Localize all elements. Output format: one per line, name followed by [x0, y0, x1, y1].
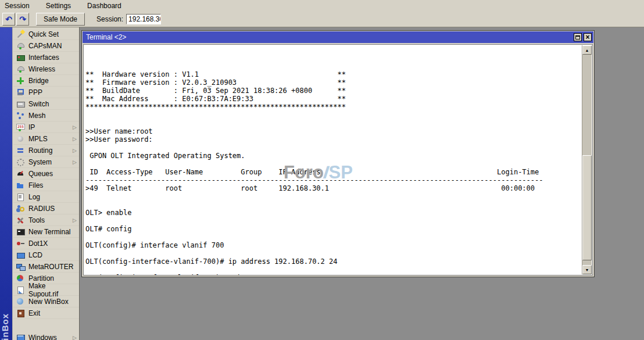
scroll-down-icon: ▼ — [585, 268, 589, 272]
sidebar-item-label: PPP — [28, 88, 73, 96]
sidebar-item-label: RADIUS — [28, 205, 73, 213]
sidebar-item-metarouter[interactable]: MetaROUTER ▷ — [13, 261, 79, 273]
sidebar-item-label: Partition — [28, 274, 73, 282]
sidebar-item-interfaces[interactable]: Interfaces ▷ — [13, 52, 79, 63]
redo-button[interactable]: ↷ — [16, 13, 29, 26]
sidebar-item-exit[interactable]: Exit ▷ — [13, 307, 79, 319]
scrollbar-up-button[interactable]: ▲ — [582, 45, 592, 55]
terminal-line: OLT(config-interface-vlanif-700)# exit — [85, 274, 581, 275]
terminal-titlebar[interactable]: Terminal <2> × — [83, 31, 593, 43]
sidebar-item-bridge[interactable]: Bridge ▷ — [13, 75, 79, 87]
close-icon: × — [585, 34, 589, 40]
sidebar-item-capsman[interactable]: CAPsMAN ▷ — [13, 40, 79, 52]
sidebar-item-label: Interfaces — [28, 53, 73, 62]
sidebar-item-system[interactable]: System ▷ — [13, 156, 79, 168]
sidebar-item-new-winbox[interactable]: New WinBox ▷ — [13, 296, 79, 307]
terminal-line — [85, 144, 581, 152]
ppp-icon — [16, 88, 24, 96]
new-terminal-icon — [16, 228, 24, 236]
terminal-line: OLT(config)# interface vlanif 700 — [85, 241, 581, 249]
scroll-up-icon: ▲ — [585, 48, 589, 52]
session-label: Session: — [96, 15, 123, 23]
sidebar-item-label: IP — [28, 123, 73, 131]
scrollbar-down-button[interactable]: ▼ — [582, 265, 592, 274]
sidebar-item-tools[interactable]: Tools ▷ — [13, 214, 79, 226]
maximize-button[interactable] — [574, 33, 582, 41]
terminal-line — [85, 201, 581, 209]
sidebar-item-files[interactable]: Files ▷ — [13, 180, 79, 191]
system-icon — [16, 158, 24, 166]
terminal-output[interactable]: ** Hardware version : V1.1 **** Firmware… — [85, 46, 581, 275]
terminal-line: OLT> enable — [85, 209, 581, 217]
switch-icon — [16, 100, 24, 108]
menu-item[interactable]: Session — [5, 1, 35, 11]
terminal-window: Terminal <2> × ** Hardware version : V1.… — [81, 30, 595, 277]
menu-item[interactable]: Dashboard — [87, 1, 127, 11]
sidebar-item-routing[interactable]: Routing ▷ — [13, 145, 79, 156]
terminal-line: ID Access-Type User-Name Group IP-Addres… — [85, 168, 581, 176]
sidebar-item-log[interactable]: Log ▷ — [13, 191, 79, 203]
sidebar-item-quick-set[interactable]: Quick Set ▷ — [13, 28, 79, 40]
sidebar-item-label: Wireless — [28, 65, 73, 73]
undo-icon: ↶ — [5, 15, 12, 24]
terminal-line — [85, 160, 581, 168]
sidebar-item-dot1x[interactable]: Dot1X ▷ — [13, 238, 79, 249]
terminal-line: OLT# config — [85, 225, 581, 233]
winbox-brand-text: WinBox — [0, 313, 13, 340]
terminal-line — [85, 233, 581, 241]
sidebar-item-label: Tools — [28, 216, 73, 224]
sidebar-item-switch[interactable]: Switch ▷ — [13, 98, 79, 110]
terminal-line: ** BuildDate : Fri, 03 Sep 2021 18:38:26… — [85, 87, 581, 95]
terminal-line: >49 Telnet root root 192.168.30.1 00:00:… — [85, 184, 581, 192]
terminal-scrollbar[interactable]: ▲ ▼ — [582, 45, 592, 274]
sidebar-item-radius[interactable]: RADIUS ▷ — [13, 203, 79, 214]
submenu-arrow-icon: ▷ — [73, 136, 77, 142]
make-supout-icon — [16, 286, 24, 294]
mpls-icon — [16, 135, 24, 143]
sidebar-item-mesh[interactable]: Mesh ▷ — [13, 110, 79, 121]
terminal-prompt-row: OLT(config)# — [85, 263, 581, 271]
menu-bar: SessionSettingsDashboard — [0, 0, 644, 11]
files-icon — [16, 181, 24, 189]
sidebar-item-label: Switch — [28, 100, 73, 108]
submenu-arrow-icon: ▷ — [73, 148, 77, 153]
maximize-icon — [575, 35, 580, 40]
session-input[interactable] — [126, 14, 161, 24]
sidebar-item-wireless[interactable]: Wireless ▷ — [13, 63, 79, 75]
scrollbar-thumb[interactable] — [582, 155, 592, 260]
sidebar-item-label: Queues — [28, 170, 73, 178]
sidebar-item-windows[interactable]: Windows ▷ — [13, 332, 79, 340]
submenu-arrow-icon: ▷ — [73, 217, 77, 223]
sidebar-item-ip[interactable]: IP ▷ — [13, 121, 79, 133]
queues-icon — [16, 170, 24, 178]
terminal-line — [85, 192, 581, 201]
close-button[interactable]: × — [584, 33, 592, 41]
partition-icon — [16, 274, 24, 282]
terminal-line: ** Firmware version : V2.0.3_210903 ** — [85, 78, 581, 87]
terminal-line: ** Mac Address : E0:67:B3:7A:E9:33 ** — [85, 95, 581, 103]
sidebar: WinBox Quick Set ▷ CAPsMAN ▷ Interfaces … — [0, 27, 80, 340]
sidebar-item-label: New Terminal — [28, 228, 73, 236]
terminal-line — [85, 217, 581, 225]
terminal-line: GPON OLT Integrated Operating System. — [85, 152, 581, 160]
menu-item[interactable]: Settings — [46, 1, 77, 11]
undo-button[interactable]: ↶ — [2, 13, 15, 26]
sidebar-item-lcd[interactable]: LCD ▷ — [13, 249, 79, 261]
sidebar-item-label: Bridge — [28, 77, 73, 85]
sidebar-item-label: MPLS — [28, 135, 73, 143]
sidebar-item-ppp[interactable]: PPP ▷ — [13, 87, 79, 98]
sidebar-item-label: Routing — [28, 146, 73, 155]
lcd-icon — [16, 251, 24, 259]
sidebar-item-label: Make Supout.rif — [28, 282, 73, 298]
sidebar-item-make-supout[interactable]: Make Supout.rif ▷ — [13, 284, 79, 296]
sidebar-item-label: Files — [28, 181, 73, 189]
sidebar-item-label: Dot1X — [28, 239, 73, 248]
windows-icon — [16, 334, 24, 340]
sidebar-item-queues[interactable]: Queues ▷ — [13, 168, 79, 180]
sidebar-item-new-terminal[interactable]: New Terminal ▷ — [13, 226, 79, 238]
sidebar-item-label: System — [28, 158, 73, 166]
sidebar-item-mpls[interactable]: MPLS ▷ — [13, 133, 79, 145]
safe-mode-button[interactable]: Safe Mode — [36, 13, 85, 26]
log-icon — [16, 193, 24, 201]
terminal-title: Terminal <2> — [86, 33, 572, 41]
